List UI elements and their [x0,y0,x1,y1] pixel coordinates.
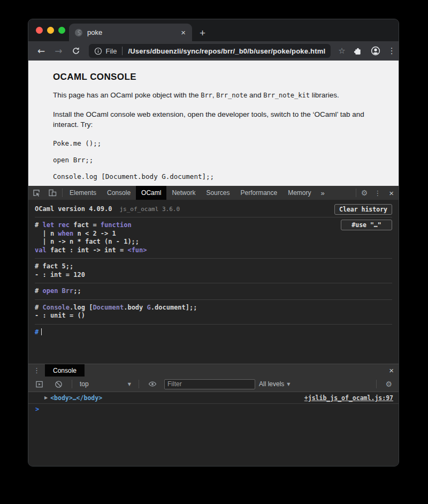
console-log-row[interactable]: ▶ <body>…</body> +jslib_js_of_ocaml.js:9… [28,392,399,404]
tab-strip: poke × + [28,19,399,41]
browser-menu-icon[interactable]: ⋮ [386,46,398,56]
page-title: OCAML CONSOLE [53,72,374,82]
tab-network[interactable]: Network [166,186,201,200]
log-levels-selector[interactable]: All levels ▼ [259,380,291,388]
repl-entry-open-brr: # open Brr;; [35,283,392,299]
repl-input-line[interactable]: # [35,324,392,341]
tab-sources[interactable]: Sources [201,186,235,200]
tab-memory[interactable]: Memory [282,186,316,200]
browser-toolbar: ← → File /Users/dbuenzli/sync/repos/brr/… [28,41,399,61]
extensions-puzzle-icon[interactable] [350,47,365,56]
close-window-button[interactable] [36,27,43,34]
clear-history-button[interactable]: Clear history [334,204,392,215]
ocaml-console-panel[interactable]: Clear history #use "…" OCaml version 4.0… [28,200,399,364]
web-page-content: OCAML CONSOLE This page has an OCaml pok… [28,61,399,186]
tab-elements[interactable]: Elements [64,186,102,200]
code-sample-open: open Brr;; [53,156,374,164]
devtools-menu-icon[interactable]: ⋮ [371,189,384,197]
console-input-line[interactable]: > [28,404,399,415]
console-sidebar-icon[interactable] [32,380,47,388]
jsofocaml-version: js_of_ocaml 3.6.0 [120,206,180,213]
bookmark-star-icon[interactable]: ☆ [336,46,347,56]
drawer-close-icon[interactable]: × [384,366,399,375]
url-text[interactable]: /Users/dbuenzli/sync/repos/brr/_b0/b/use… [128,47,325,55]
tab-title: poke [87,28,180,36]
drawer-menu-icon[interactable]: ⋮ [28,366,45,374]
repl-entry-console-log: # Console.log [Document.body G.document]… [35,299,392,324]
chevron-down-icon: ▼ [128,382,131,387]
minimize-window-button[interactable] [47,27,54,34]
devtools-tabbar: Elements Console OCaml Network Sources P… [28,186,399,200]
zoom-window-button[interactable] [58,27,65,34]
separator [122,47,123,55]
separator [139,380,139,388]
page-paragraph-libraries: This page has an OCaml poke object with … [53,91,374,100]
console-prompt-chevron: > [35,405,39,413]
forward-icon[interactable]: → [51,47,66,56]
inspect-element-icon[interactable] [28,189,44,197]
text-caret [41,328,42,335]
tab-favicon-icon [74,28,83,37]
devtools-settings-gear-icon[interactable]: ⚙ [358,189,371,197]
browser-tab[interactable]: poke × [69,24,192,41]
drawer-tabbar: ⋮ Console × [28,364,399,377]
console-settings-gear-icon[interactable]: ⚙ [382,380,395,388]
separator [62,189,63,197]
tab-console[interactable]: Console [102,186,136,200]
browser-window: poke × + ← → File /Users/dbuenzli/sync/r… [28,19,399,467]
clear-console-icon[interactable] [51,380,66,388]
separator [376,380,377,388]
console-toolbar: top ▼ All levels ▼ ⚙ [28,377,399,392]
live-expression-eye-icon[interactable] [144,380,160,388]
context-selected-value: top [80,380,89,388]
drawer-tab-console[interactable]: Console [45,364,85,377]
devtools-close-icon[interactable]: × [384,189,399,198]
ocaml-version: OCaml version 4.09.0 [35,205,112,213]
url-scheme-label: File [106,47,117,55]
page-paragraph-instructions: Install the OCaml console web extension,… [53,109,374,130]
new-tab-button[interactable]: + [200,28,205,38]
separator [72,380,72,388]
more-tabs-icon[interactable]: » [317,189,329,197]
tab-close-icon[interactable]: × [180,28,187,37]
repl-entry-fact-call: # fact 5;;- : int = 120 [35,258,392,283]
log-levels-value: All levels [259,380,284,388]
logged-dom-node[interactable]: <body>…</body> [50,394,102,402]
chevron-down-icon: ▼ [287,382,290,387]
separator [356,189,356,197]
window-controls [36,27,65,34]
tab-performance[interactable]: Performance [235,186,282,200]
desktop-background: poke × + ← → File /Users/dbuenzli/sync/r… [0,0,428,504]
use-file-button[interactable]: #use "…" [341,220,392,230]
code-sample-poke: Poke.me ();; [53,139,374,147]
device-toolbar-icon[interactable] [44,189,60,197]
reload-icon[interactable] [68,47,83,55]
expand-triangle-icon[interactable]: ▶ [44,395,48,400]
profile-avatar-icon[interactable] [368,46,384,56]
address-bar[interactable]: File /Users/dbuenzli/sync/repos/brr/_b0/… [89,44,331,58]
repl-prompt: # [35,328,39,336]
page-info-icon[interactable] [94,47,102,55]
context-selector[interactable]: top ▼ [78,380,133,388]
console-empty-area [28,415,399,466]
back-icon[interactable]: ← [34,47,49,56]
ocaml-console-buttons: Clear history #use "…" [334,204,392,230]
tab-ocaml[interactable]: OCaml [136,186,166,200]
filter-input[interactable] [164,379,255,389]
code-sample-console-log: Console.log [Document.body G.document];; [53,172,374,180]
source-location-link[interactable]: +jslib_js_of_ocaml.js:97 [304,394,393,402]
